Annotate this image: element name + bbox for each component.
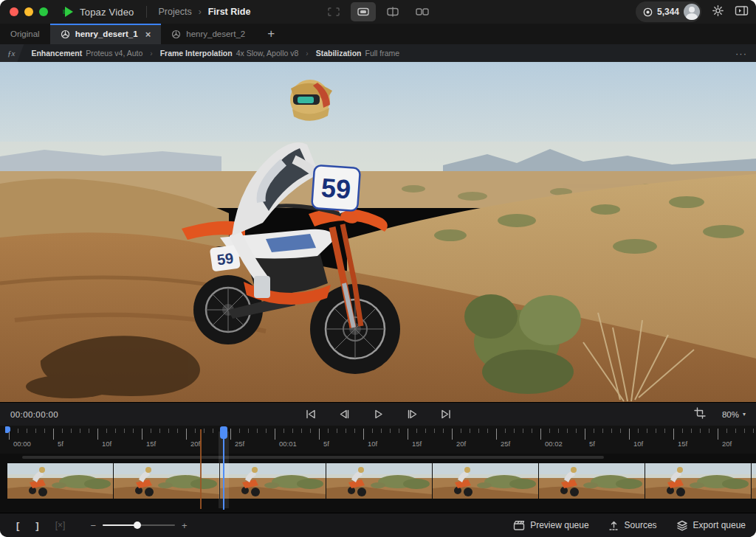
go-to-start-button[interactable] [300,406,320,423]
settings-button[interactable] [712,4,724,20]
ruler-tick [80,429,80,433]
clear-in-out-button[interactable]: [×] [55,520,66,530]
pipeline-step-enhancement[interactable]: Enhancement Proteus v4, Auto [31,49,142,58]
filmstrip-scrollbar[interactable] [22,456,604,459]
maximize-window-button[interactable] [39,7,48,16]
step-value: 4x Slow, Apollo v8 [236,49,299,58]
crop-button[interactable] [694,407,706,422]
layers-icon [676,520,688,531]
tab-henry-desert-1[interactable]: henry_desert_1 × [50,24,162,44]
sources-button[interactable]: Sources [608,520,657,531]
ruler-tick [408,429,408,440]
ruler-tick [461,429,461,433]
ruler-label: 5f [323,440,329,448]
playhead-line[interactable] [223,427,224,510]
breadcrumb: Projects › First Ride [159,7,251,17]
step-value: Proteus v4, Auto [86,49,142,58]
play-button[interactable] [368,406,388,423]
footer-right: Preview queue Sources Export queue [513,520,746,531]
playhead-handle[interactable] [220,426,227,439]
timeline: 00:005f10f15f20f25f00:015f10f15f20f25f00… [0,426,756,513]
ruler-label: 20f [456,440,466,448]
ruler-tick [337,429,337,433]
add-tab-button[interactable]: + [255,24,286,44]
preview-queue-button[interactable]: Preview queue [513,520,588,531]
filmstrip-thumbnail[interactable] [433,463,539,499]
set-in-point-button[interactable]: [ [16,520,19,531]
video-frame-motocross-scene: 59 [0,62,756,402]
previous-frame-button[interactable] [334,406,354,423]
side-by-side-icon [415,7,430,17]
single-view-icon [357,7,370,17]
play-icon [372,408,385,420]
filmstrip-thumbnail[interactable] [114,463,220,499]
view-single-button[interactable] [351,2,376,21]
close-window-button[interactable] [10,7,18,16]
video-preview[interactable]: 59 [0,62,756,402]
view-side-by-side-button[interactable] [410,2,435,21]
ruler-tick [611,429,612,433]
preview-queue-label: Preview queue [530,520,588,530]
ruler-tick [133,429,134,433]
previous-frame-icon [338,408,351,420]
pipeline-separator: › [306,49,308,58]
ruler-tick [505,429,506,433]
tab-close-button[interactable]: × [145,29,151,40]
ruler-label: 10f [102,440,111,448]
transport-right: 80% ▾ [694,407,746,422]
breadcrumb-current: First Ride [208,7,251,17]
tab-henry-desert-2[interactable]: henry_desert_2 [161,24,255,44]
corners-icon [327,7,340,17]
set-out-point-button[interactable]: ] [35,520,38,531]
timeline-zoom-in-button[interactable]: + [182,520,188,531]
chevron-down-icon: ▾ [743,411,746,418]
ruler-label: 00:01 [279,440,297,448]
slider-track[interactable] [103,524,175,526]
clip-wheel-icon [61,30,70,39]
view-mode-group [321,2,435,21]
avatar[interactable] [684,4,700,20]
go-to-start-icon [304,408,317,420]
filmstrip-thumbnail[interactable] [539,463,645,499]
ruler-tick [399,429,399,433]
preview-zoom-dropdown[interactable]: 80% ▾ [722,410,746,419]
minimize-window-button[interactable] [24,7,33,16]
view-corners-button[interactable] [321,2,346,21]
pipeline-more-button[interactable]: ··· [735,48,747,59]
pipeline-step-stabilization[interactable]: Stabilization Full frame [316,49,400,58]
step-name: Stabilization [316,49,362,58]
ruler-tick [142,429,142,440]
tab-bar: Original henry_desert_1 × henry_desert_2… [0,24,756,44]
app-logo: Topaz Video [63,7,134,18]
filmstrip[interactable] [7,463,756,499]
ruler-tick [673,429,674,440]
next-frame-button[interactable] [402,406,422,423]
filmstrip-thumbnail[interactable] [7,463,114,499]
filmstrip-thumbnail[interactable] [752,463,756,499]
pipeline-step-frame-interpolation[interactable]: Frame Interpolation 4x Slow, Apollo v8 [160,49,299,58]
ruler-tick [514,429,515,433]
export-queue-button[interactable]: Export queue [676,520,746,531]
slider-handle[interactable] [134,522,141,529]
go-to-end-button[interactable] [436,406,456,423]
timeline-zoom-out-button[interactable]: − [90,520,96,531]
ruler-tick [275,429,275,440]
footer-left: [ ] [×] − + [16,520,188,531]
ruler-tick [284,429,284,433]
filmstrip-thumbnail[interactable] [326,463,433,499]
view-split-button[interactable] [380,2,405,21]
breadcrumb-separator: › [199,7,202,17]
ruler-tick [567,429,568,433]
breadcrumb-projects[interactable]: Projects [159,7,192,17]
ruler-tick [230,429,231,440]
credits-badge[interactable]: 5,344 [636,1,701,22]
filmstrip-thumbnail[interactable] [645,463,752,499]
ruler-tick [204,429,205,433]
tab-original[interactable]: Original [0,24,50,44]
ruler-tick [425,429,426,433]
ruler-tick [177,429,178,433]
toggle-right-panel-button[interactable] [735,5,749,19]
filmstrip-thumbnail[interactable] [220,463,326,499]
ruler-tick [328,429,329,433]
timeline-ruler[interactable]: 00:005f10f15f20f25f00:015f10f15f20f25f00… [0,426,756,454]
